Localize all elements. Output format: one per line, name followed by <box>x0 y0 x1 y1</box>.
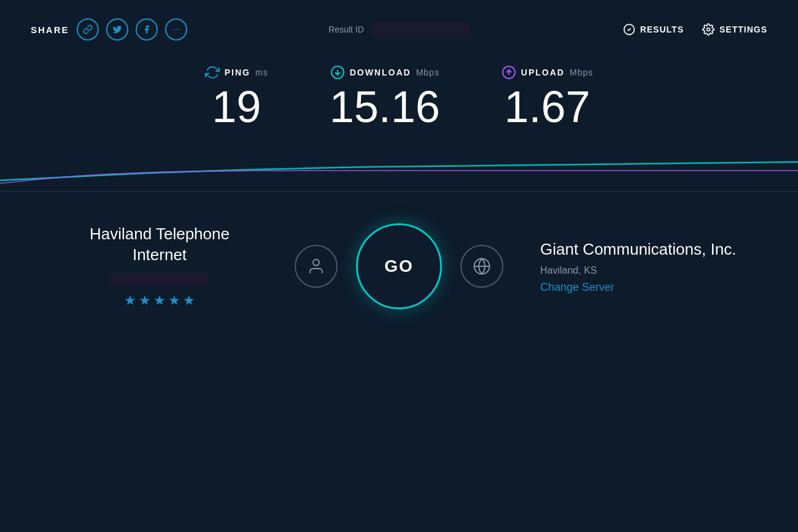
checkmark-circle-icon <box>623 23 635 36</box>
share-section: SHARE <box>31 18 187 40</box>
facebook-share-button[interactable] <box>136 18 158 40</box>
settings-label: SETTINGS <box>719 25 767 34</box>
ping-block: PING ms 19 <box>205 65 268 131</box>
gear-icon <box>702 23 715 36</box>
star-3: ★ <box>153 293 166 309</box>
link-icon <box>83 25 93 34</box>
result-id-section: Result ID <box>328 21 470 38</box>
ping-value: 19 <box>212 83 261 131</box>
more-icon <box>171 25 181 34</box>
bottom-section: Haviland Telephone Internet ★ ★ ★ ★ ★ GO <box>0 199 798 334</box>
go-button[interactable]: GO <box>356 223 442 309</box>
svg-point-4 <box>707 28 710 31</box>
speed-graph <box>0 144 798 193</box>
more-share-button[interactable] <box>165 18 187 40</box>
svg-point-0 <box>172 29 174 30</box>
isp-redacted-value <box>110 273 209 287</box>
settings-nav-item[interactable]: SETTINGS <box>702 23 767 36</box>
upload-value: 1.67 <box>504 83 590 131</box>
upload-header: UPLOAD Mbps <box>502 65 593 80</box>
ping-header: PING ms <box>205 65 268 80</box>
svg-point-1 <box>176 29 177 30</box>
change-server-link[interactable]: Change Server <box>540 281 614 293</box>
center-controls: GO <box>295 223 503 309</box>
ping-unit: ms <box>255 67 268 77</box>
result-id-value <box>371 21 470 38</box>
ping-icon <box>205 65 220 80</box>
server-name: Giant Communications, Inc. <box>540 239 737 260</box>
go-label: GO <box>384 256 414 276</box>
upload-icon <box>502 65 516 80</box>
ping-label: PING <box>225 67 250 77</box>
copy-link-button[interactable] <box>77 18 99 40</box>
svg-point-2 <box>178 29 179 30</box>
svg-point-10 <box>313 260 319 266</box>
download-label: DOWNLOAD <box>350 67 411 77</box>
star-5: ★ <box>183 293 195 309</box>
stats-section: PING ms 19 DOWNLOAD Mbps 15.16 UPLOAD Mb <box>0 53 798 137</box>
user-icon <box>307 257 325 276</box>
upload-block: UPLOAD Mbps 1.67 <box>502 65 593 131</box>
twitter-icon <box>112 25 122 34</box>
results-nav-item[interactable]: RESULTS <box>623 23 684 36</box>
share-label: SHARE <box>31 25 69 35</box>
download-block: DOWNLOAD Mbps 15.16 <box>330 65 440 131</box>
star-rating: ★ ★ ★ ★ ★ <box>61 293 258 309</box>
download-unit: Mbps <box>416 67 440 77</box>
twitter-share-button[interactable] <box>106 18 128 40</box>
star-4: ★ <box>168 293 180 309</box>
server-location: Haviland, KS <box>540 265 737 276</box>
server-info: Giant Communications, Inc. Haviland, KS … <box>540 239 737 294</box>
globe-icon <box>473 257 491 276</box>
user-account-button[interactable] <box>295 245 338 288</box>
globe-button[interactable] <box>460 245 503 288</box>
star-1: ★ <box>124 293 136 309</box>
facebook-icon <box>142 25 152 34</box>
isp-name: Haviland Telephone Internet <box>61 224 258 266</box>
isp-info: Haviland Telephone Internet ★ ★ ★ ★ ★ <box>61 224 258 309</box>
graph-svg <box>0 144 798 193</box>
star-2: ★ <box>139 293 151 309</box>
download-header: DOWNLOAD Mbps <box>330 65 440 80</box>
results-label: RESULTS <box>640 25 684 34</box>
result-id-label: Result ID <box>328 25 364 34</box>
upload-unit: Mbps <box>570 67 593 77</box>
download-icon <box>330 65 345 80</box>
header: SHARE Result ID <box>0 0 798 53</box>
nav-section: RESULTS SETTINGS <box>623 23 767 36</box>
upload-label: UPLOAD <box>521 67 565 77</box>
download-value: 15.16 <box>330 83 440 131</box>
